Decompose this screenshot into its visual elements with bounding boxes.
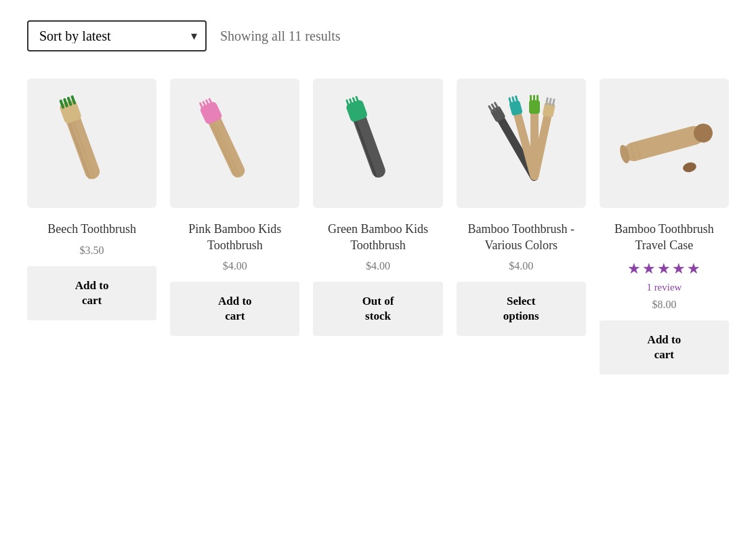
product-image-various	[457, 79, 586, 208]
product-card-pink-bamboo: Pink Bamboo Kids Toothbrush $4.00 Add to…	[170, 79, 299, 375]
star-3: ★	[657, 260, 671, 278]
review-count-travel: 1 review	[646, 282, 681, 293]
product-image-pink	[170, 79, 299, 208]
star-1: ★	[627, 260, 641, 278]
star-2: ★	[642, 260, 656, 278]
beech-toothbrush-image	[38, 89, 146, 198]
sort-select-wrapper[interactable]: Sort by latest Sort by popularity Sort b…	[27, 20, 207, 51]
various-toothbrush-image	[467, 89, 575, 198]
product-name-green: Green Bamboo Kids Toothbrush	[313, 221, 442, 253]
svg-rect-36	[533, 95, 535, 103]
product-name-travel: Bamboo Toothbrush Travel Case	[600, 221, 729, 253]
svg-rect-35	[530, 95, 532, 103]
product-price-travel: $8.00	[652, 299, 676, 311]
svg-point-49	[682, 161, 698, 173]
svg-rect-30	[508, 97, 512, 105]
green-toothbrush-image	[324, 89, 432, 198]
product-card-green-bamboo: Green Bamboo Kids Toothbrush $4.00 Out o…	[313, 79, 442, 375]
product-card-various: Bamboo Toothbrush - Various Colors $4.00…	[457, 79, 586, 375]
toolbar: Sort by latest Sort by popularity Sort b…	[27, 20, 729, 51]
out-of-stock-green[interactable]: Out ofstock	[313, 282, 442, 336]
product-card-travel-case: Bamboo Toothbrush Travel Case ★ ★ ★ ★ ★ …	[600, 79, 729, 375]
select-options-various[interactable]: Selectoptions	[457, 282, 586, 336]
product-image-beech	[27, 79, 156, 208]
product-card-beech-toothbrush: Beech Toothbrush $3.50 Add tocart	[27, 79, 156, 375]
product-price-pink: $4.00	[223, 260, 247, 272]
product-price-green: $4.00	[366, 260, 390, 272]
add-to-cart-travel[interactable]: Add tocart	[600, 320, 729, 375]
product-image-travel	[600, 79, 729, 208]
sort-select[interactable]: Sort by latest Sort by popularity Sort b…	[27, 20, 207, 51]
product-name-various: Bamboo Toothbrush - Various Colors	[457, 221, 586, 253]
star-5: ★	[687, 260, 700, 278]
add-to-cart-pink[interactable]: Add tocart	[170, 282, 299, 336]
results-count: Showing all 11 results	[220, 28, 341, 44]
product-name-beech: Beech Toothbrush	[47, 221, 136, 237]
star-4: ★	[672, 260, 686, 278]
svg-rect-37	[537, 95, 539, 103]
products-grid: Beech Toothbrush $3.50 Add tocart	[27, 79, 729, 375]
product-image-green	[313, 79, 442, 208]
product-price-various: $4.00	[509, 260, 533, 272]
product-price-beech: $3.50	[80, 244, 104, 257]
product-name-pink: Pink Bamboo Kids Toothbrush	[170, 221, 299, 253]
product-stars-travel: ★ ★ ★ ★ ★	[627, 260, 700, 278]
travel-case-image	[610, 89, 718, 198]
add-to-cart-beech[interactable]: Add tocart	[27, 266, 156, 320]
pink-toothbrush-image	[181, 89, 289, 198]
